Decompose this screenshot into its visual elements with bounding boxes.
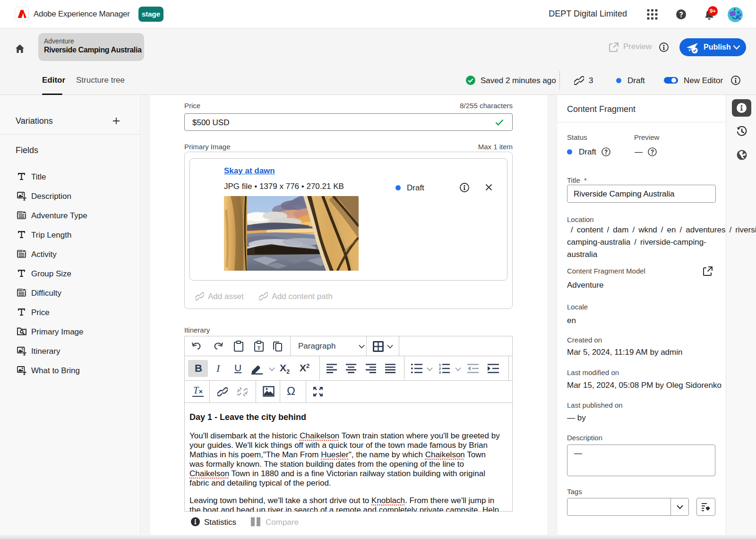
svg-text:1: 1	[439, 363, 441, 367]
svg-text:3: 3	[439, 371, 441, 374]
svg-text:T: T	[257, 345, 261, 351]
svg-text:2: 2	[439, 367, 441, 370]
